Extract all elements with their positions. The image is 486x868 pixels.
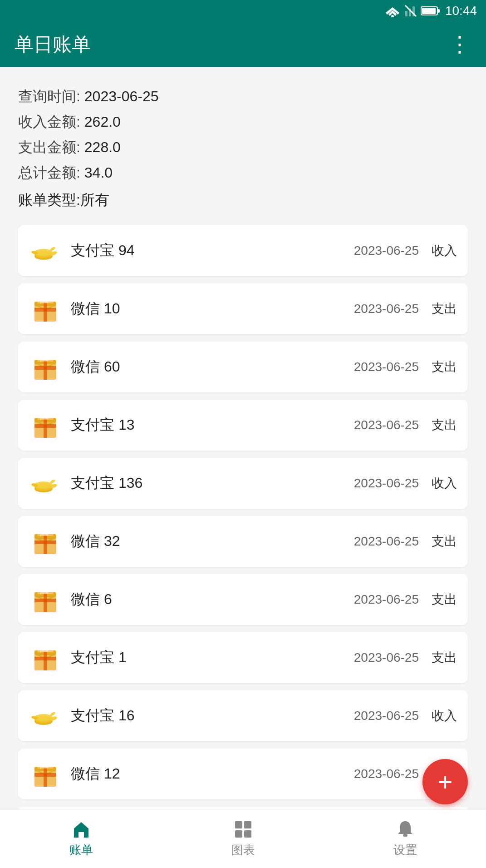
signal-icon — [404, 5, 417, 17]
item-date: 2023-06-25 — [354, 243, 419, 258]
item-date: 2023-06-25 — [354, 650, 419, 665]
item-icon-wechat: paliki — [29, 293, 62, 325]
svg-text:paliki: paliki — [40, 649, 49, 653]
svg-text:paliki: paliki — [40, 416, 49, 420]
nav-item-chart[interactable]: 图表 — [218, 815, 269, 863]
item-date: 2023-06-25 — [354, 302, 419, 316]
transaction-list: 支付宝 94 2023-06-25 收入 paliki 微信 10 2023-0… — [18, 225, 468, 868]
svg-rect-109 — [244, 830, 251, 838]
transaction-item[interactable]: paliki 微信 10 2023-06-25 支出 — [18, 283, 468, 334]
item-type: 支出 — [430, 533, 457, 550]
transaction-item[interactable]: paliki 微信 6 2023-06-25 支出 — [18, 574, 468, 625]
svg-rect-106 — [235, 821, 242, 828]
transaction-item[interactable]: paliki 微信 60 2023-06-25 支出 — [18, 342, 468, 392]
svg-rect-110 — [403, 834, 407, 837]
item-date: 2023-06-25 — [354, 592, 419, 607]
wechat-icon: paliki — [31, 411, 60, 440]
status-icons — [384, 5, 441, 17]
item-icon-wechat: paliki — [29, 758, 62, 790]
wifi-icon — [384, 5, 401, 17]
item-date: 2023-06-25 — [354, 709, 419, 723]
item-payment: 微信 6 — [71, 590, 339, 610]
item-date: 2023-06-25 — [354, 534, 419, 549]
income-label: 收入金额: — [18, 114, 80, 130]
menu-button[interactable]: ⋮ — [449, 34, 471, 55]
svg-rect-49 — [34, 599, 56, 602]
content-area: 查询时间: 2023-06-25 收入金额: 262.0 支出金额: 228.0… — [0, 67, 486, 868]
transaction-item[interactable]: 支付宝 136 2023-06-25 收入 — [18, 458, 468, 509]
wechat-icon: paliki — [31, 585, 60, 614]
svg-rect-108 — [235, 830, 242, 838]
svg-text:paliki: paliki — [40, 300, 49, 304]
toolbar-title: 单日账单 — [15, 32, 91, 57]
svg-point-2 — [391, 15, 394, 17]
item-icon-wechat: paliki — [29, 583, 62, 616]
svg-text:paliki: paliki — [40, 532, 49, 536]
nav-label-settings: 设置 — [393, 842, 417, 858]
transaction-item[interactable]: paliki 微信 32 2023-06-25 支出 — [18, 516, 468, 567]
transaction-item[interactable]: paliki 支付宝 13 2023-06-25 支出 — [18, 400, 468, 451]
item-payment: 微信 32 — [71, 531, 339, 551]
battery-icon — [421, 5, 441, 16]
wechat-icon: paliki — [31, 352, 60, 382]
wechat-icon: paliki — [31, 759, 60, 789]
item-icon-alipay — [29, 234, 62, 267]
wechat-icon: paliki — [31, 294, 60, 323]
nav-item-settings[interactable]: 设置 — [380, 815, 431, 863]
item-payment: 支付宝 16 — [71, 706, 339, 726]
total-row: 总计金额: 34.0 — [18, 162, 468, 184]
bottom-nav: 账单 图表 设置 — [0, 809, 486, 868]
info-section: 查询时间: 2023-06-25 收入金额: 262.0 支出金额: 228.0… — [18, 85, 468, 211]
income-value: 262.0 — [84, 114, 121, 130]
item-date: 2023-06-25 — [354, 418, 419, 432]
expense-label: 支出金额: — [18, 139, 80, 155]
svg-rect-8 — [437, 9, 440, 13]
nav-label-ledger: 账单 — [69, 842, 93, 858]
item-payment: 支付宝 136 — [71, 473, 339, 493]
item-type: 收入 — [430, 707, 457, 724]
item-date: 2023-06-25 — [354, 360, 419, 374]
transaction-item[interactable]: 支付宝 94 2023-06-25 收入 — [18, 225, 468, 276]
item-date: 2023-06-25 — [354, 476, 419, 491]
query-time-value: 2023-06-25 — [84, 88, 159, 104]
item-type: 收入 — [430, 475, 457, 492]
item-type: 收入 — [430, 242, 457, 259]
query-time-row: 查询时间: 2023-06-25 — [18, 85, 468, 107]
expense-value: 228.0 — [84, 139, 121, 155]
home-icon — [71, 819, 91, 839]
type-row: 账单类型:所有 — [18, 189, 468, 211]
svg-rect-25 — [34, 366, 56, 370]
svg-rect-107 — [244, 821, 251, 828]
item-type: 支出 — [430, 300, 457, 317]
query-time-label: 查询时间: — [18, 88, 80, 104]
bell-icon — [395, 819, 415, 839]
svg-rect-19 — [34, 308, 56, 312]
item-type: 支出 — [430, 591, 457, 608]
transaction-item[interactable]: 支付宝 16 2023-06-25 收入 — [18, 690, 468, 741]
status-bar: 10:44 — [0, 0, 486, 22]
nav-label-chart: 图表 — [231, 842, 255, 858]
item-icon-wechat: paliki — [29, 641, 62, 674]
alipay-icon — [31, 469, 60, 498]
item-payment: 微信 10 — [71, 299, 339, 319]
item-type: 支出 — [430, 649, 457, 666]
item-icon-alipay — [29, 467, 62, 500]
svg-rect-3 — [405, 11, 407, 16]
type-label: 账单类型:所有 — [18, 192, 109, 208]
transaction-item[interactable]: paliki 支付宝 1 2023-06-25 支出 — [18, 632, 468, 683]
add-button[interactable]: + — [422, 759, 468, 804]
transaction-item[interactable]: paliki 微信 12 2023-06-25 支出 — [18, 749, 468, 799]
toolbar: 单日账单 ⋮ — [0, 22, 486, 67]
item-payment: 支付宝 1 — [71, 648, 339, 668]
item-icon-alipay — [29, 699, 62, 732]
svg-rect-55 — [34, 657, 56, 660]
wechat-icon: paliki — [31, 527, 60, 556]
item-date: 2023-06-25 — [354, 767, 419, 781]
item-type: 支出 — [430, 358, 457, 376]
item-payment: 微信 12 — [71, 764, 339, 784]
svg-rect-31 — [34, 424, 56, 428]
total-value: 34.0 — [84, 164, 113, 181]
nav-item-ledger[interactable]: 账单 — [56, 815, 107, 863]
item-icon-wechat: paliki — [29, 409, 62, 441]
status-time: 10:44 — [445, 4, 477, 18]
